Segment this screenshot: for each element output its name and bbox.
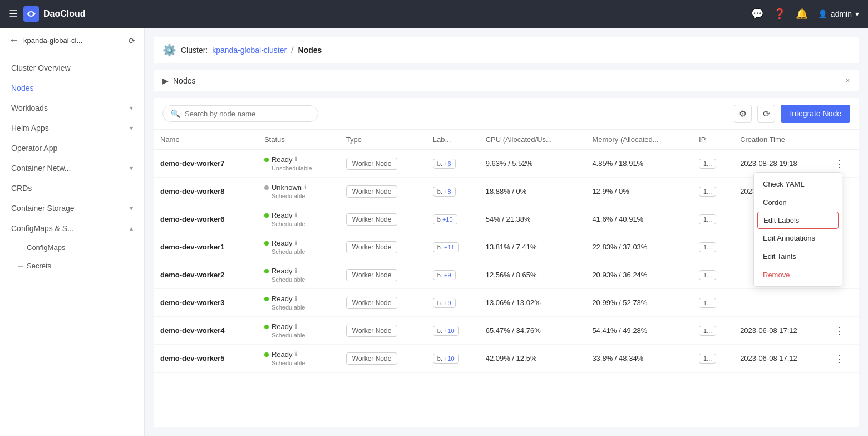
- row-memory: 22.83% / 37.03%: [585, 233, 692, 261]
- hamburger-menu[interactable]: ☰: [9, 8, 18, 20]
- refresh-icon-button[interactable]: ⟳: [757, 105, 775, 123]
- sidebar-item-container-netw[interactable]: Container Netw... ▾: [0, 158, 144, 178]
- label-badge[interactable]: b. +10: [433, 326, 459, 336]
- row-status: Ready ℹ Schedulable: [258, 317, 339, 345]
- filter-label: Nodes: [173, 76, 195, 85]
- row-status: Ready ℹ Schedulable: [258, 345, 339, 373]
- row-created: 2023-06-08 17:12: [733, 317, 828, 345]
- row-type: Worker Node: [339, 317, 426, 345]
- status-text: Unknown: [272, 183, 302, 192]
- filter-chevron-icon[interactable]: ▶: [162, 76, 169, 85]
- breadcrumb-separator: /: [291, 45, 293, 55]
- daocloud-logo-icon: [23, 6, 39, 22]
- status-text: Ready: [272, 295, 293, 303]
- main-content: ⚙️ Cluster: kpanda-global-cluster / Node…: [145, 28, 868, 436]
- row-labels: b. +9: [426, 289, 479, 317]
- row-actions-button[interactable]: ⋮: [835, 325, 845, 336]
- table-header-row: Name Status Type Lab... CPU (Allocated/U…: [154, 130, 859, 150]
- label-badge[interactable]: b. +8: [433, 187, 456, 197]
- sidebar-subitem-secrets[interactable]: Secrets: [0, 257, 144, 275]
- row-cpu: 54% / 21.38%: [479, 205, 586, 233]
- chat-icon[interactable]: 💬: [751, 8, 763, 20]
- breadcrumb-cluster-name[interactable]: kpanda-global-cluster: [212, 46, 287, 55]
- label-badge[interactable]: b +10: [433, 214, 457, 224]
- row-type: Worker Node: [339, 289, 426, 317]
- user-avatar: 👤: [818, 9, 827, 18]
- row-ip: 1...: [692, 233, 733, 261]
- label-more: +6: [444, 160, 451, 167]
- logo: DaoCloud: [23, 6, 86, 22]
- ip-badge: 1...: [699, 242, 716, 252]
- label-badge[interactable]: b. +10: [433, 354, 459, 364]
- sidebar-item-cluster-overview[interactable]: Cluster Overview: [0, 58, 144, 78]
- settings-icon-button[interactable]: ⚙: [734, 105, 752, 123]
- info-icon[interactable]: ℹ: [295, 295, 297, 302]
- schedulable-text: Schedulable: [264, 332, 333, 339]
- sidebar-item-configmaps[interactable]: ConfigMaps & S... ▴: [0, 218, 144, 238]
- sidebar-item-nodes[interactable]: Nodes: [0, 78, 144, 98]
- search-box[interactable]: 🔍: [162, 105, 318, 122]
- chevron-up-icon: ▴: [130, 224, 133, 232]
- row-cpu: 12.56% / 8.65%: [479, 261, 586, 289]
- sidebar-back-button[interactable]: ←: [9, 35, 19, 46]
- label-badge[interactable]: b. +9: [433, 298, 456, 308]
- row-cpu: 13.81% / 7.41%: [479, 233, 586, 261]
- filter-section: ▶ Nodes ×: [154, 70, 859, 91]
- row-name: demo-dev-worker8: [154, 178, 258, 205]
- info-icon[interactable]: ℹ: [304, 184, 307, 191]
- info-icon[interactable]: ℹ: [295, 351, 297, 358]
- sidebar-subitem-configmaps[interactable]: ConfigMaps: [0, 238, 144, 257]
- info-icon[interactable]: ℹ: [295, 156, 297, 163]
- col-labels: Lab...: [426, 130, 479, 150]
- row-type: Worker Node: [339, 345, 426, 373]
- label-badge[interactable]: b. +6: [433, 159, 456, 169]
- type-badge: Worker Node: [346, 325, 397, 337]
- sidebar-item-container-storage[interactable]: Container Storage ▾: [0, 198, 144, 218]
- schedulable-text: Unschedulable: [264, 165, 333, 172]
- context-menu-item-edit-labels[interactable]: Edit Labels: [757, 212, 839, 229]
- sidebar-header: ← kpanda-global-cl... ⟳: [0, 28, 144, 53]
- row-actions-cell: ⋮ Check YAMLCordonEdit LabelsEdit Annota…: [828, 178, 859, 205]
- info-icon[interactable]: ℹ: [295, 267, 297, 275]
- row-labels: b. +6: [426, 150, 479, 178]
- sidebar-item-crds[interactable]: CRDs: [0, 178, 144, 198]
- label-badge[interactable]: b. +11: [433, 242, 459, 252]
- status-text: Ready: [272, 211, 293, 219]
- sidebar-label-container-storage: Container Storage: [11, 204, 75, 213]
- sidebar-item-helm-apps[interactable]: Helm Apps ▾: [0, 118, 144, 138]
- context-menu-item-edit-annotations[interactable]: Edit Annotations: [754, 229, 842, 247]
- row-name: demo-dev-worker1: [154, 233, 258, 261]
- status-dot: [264, 269, 269, 273]
- status-dot: [264, 325, 269, 329]
- info-icon[interactable]: ℹ: [295, 239, 297, 247]
- context-menu-item-edit-taints[interactable]: Edit Taints: [754, 247, 842, 266]
- user-menu[interactable]: 👤 admin ▾: [818, 9, 859, 18]
- integrate-node-button[interactable]: Integrate Node: [781, 105, 850, 123]
- label-more: +10: [444, 327, 455, 334]
- bell-icon[interactable]: 🔔: [796, 8, 808, 20]
- context-menu-item-check-yaml[interactable]: Check YAML: [754, 175, 842, 193]
- cluster-icon: ⚙️: [162, 43, 176, 57]
- row-actions-button[interactable]: ⋮: [835, 158, 845, 169]
- info-icon[interactable]: ℹ: [295, 212, 297, 219]
- label-more: +9: [444, 272, 451, 278]
- sidebar-refresh-icon[interactable]: ⟳: [129, 36, 135, 45]
- context-menu-item-cordon[interactable]: Cordon: [754, 193, 842, 212]
- sidebar-item-operator-app[interactable]: Operator App: [0, 138, 144, 158]
- col-status: Status: [258, 130, 339, 150]
- status-text: Ready: [272, 239, 293, 247]
- context-menu-item-remove[interactable]: Remove: [754, 266, 842, 284]
- col-cpu: CPU (Allocated/Us...: [479, 130, 586, 150]
- sidebar-item-workloads[interactable]: Workloads ▾: [0, 98, 144, 118]
- filter-close-button[interactable]: ×: [845, 76, 850, 86]
- help-icon[interactable]: ❓: [773, 8, 786, 20]
- label-more: +9: [444, 300, 451, 306]
- label-badge[interactable]: b. +9: [433, 270, 456, 280]
- ip-badge: 1...: [699, 354, 716, 364]
- row-cpu: 65.47% / 34.76%: [479, 317, 586, 345]
- info-icon[interactable]: ℹ: [295, 323, 297, 330]
- search-input[interactable]: [185, 110, 310, 118]
- row-name: demo-dev-worker6: [154, 205, 258, 233]
- row-status: Unknown ℹ Schedulable: [258, 178, 339, 205]
- row-actions-button[interactable]: ⋮: [835, 353, 845, 364]
